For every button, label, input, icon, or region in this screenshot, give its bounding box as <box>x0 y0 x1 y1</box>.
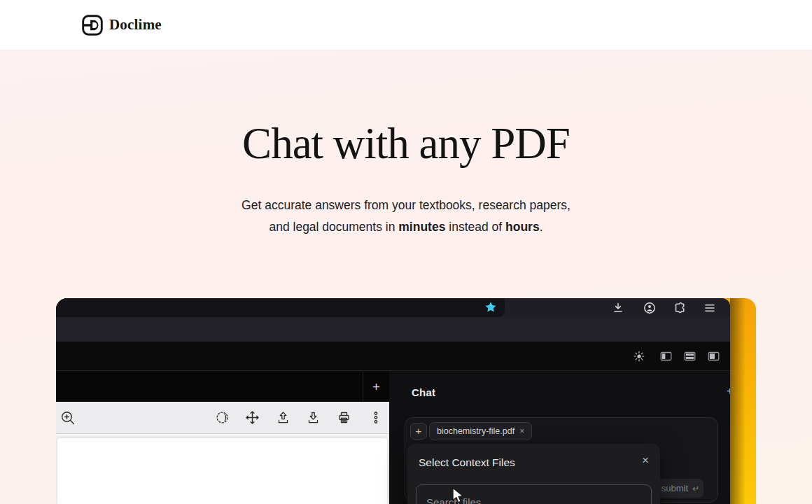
pdf-pane: + <box>56 372 389 504</box>
site-header: Doclime <box>0 0 812 50</box>
app-header <box>56 342 730 371</box>
download-page-icon[interactable] <box>306 410 321 425</box>
add-tab-button[interactable]: + <box>363 372 389 402</box>
hero-section: Chat with any PDF Get accurate answers f… <box>0 120 812 238</box>
submit-button[interactable]: submit ↵ <box>657 479 704 498</box>
extensions-icon[interactable] <box>673 302 686 314</box>
add-context-file-button[interactable]: + <box>410 423 427 440</box>
chat-pane-title: Chat <box>412 386 435 398</box>
new-chat-button[interactable]: + <box>727 384 730 398</box>
color-mode-icon[interactable] <box>215 410 230 425</box>
menu-icon[interactable] <box>704 302 716 314</box>
browser-window: + <box>56 298 730 504</box>
pan-move-icon[interactable] <box>245 410 260 425</box>
more-kebab-icon[interactable] <box>370 410 382 425</box>
context-file-name: biochemistry-file.pdf <box>437 426 514 436</box>
gradient-strip-shadow <box>730 298 746 504</box>
mouse-cursor-icon <box>450 486 467 504</box>
browser-tabstrip <box>56 298 730 317</box>
pdf-page[interactable] <box>57 438 387 504</box>
brand-logo[interactable]: Doclime <box>82 15 162 36</box>
subtitle-line-2: and legal documents in minutes instead o… <box>0 216 812 238</box>
hero-subtitle: Get accurate answers from your textbooks… <box>0 195 812 238</box>
browser-active-tab[interactable] <box>56 298 505 317</box>
select-context-files-modal: Select Context Files × <box>407 444 660 504</box>
app-screenshot-card: + <box>56 298 756 504</box>
panel-left-icon[interactable] <box>660 351 672 362</box>
context-file-chip[interactable]: biochemistry-file.pdf × <box>429 422 532 440</box>
modal-title: Select Context Files <box>419 456 515 469</box>
subtitle-line-1: Get accurate answers from your textbooks… <box>0 195 812 216</box>
print-icon[interactable] <box>337 410 351 425</box>
browser-toolbar-row <box>56 317 730 342</box>
pdf-toolbar <box>56 402 389 434</box>
brand-name: Doclime <box>109 16 162 34</box>
enter-key-icon: ↵ <box>692 484 699 493</box>
pdf-page-area <box>56 434 389 504</box>
document-tabbar: + <box>56 372 389 402</box>
zoom-in-icon[interactable] <box>60 410 76 426</box>
close-icon[interactable]: × <box>642 454 649 468</box>
theme-sun-icon[interactable] <box>634 351 645 362</box>
app-content: + <box>56 372 730 504</box>
star-icon <box>484 301 497 314</box>
doclime-logo-icon <box>82 15 103 36</box>
remove-file-icon[interactable]: × <box>519 426 524 436</box>
download-icon[interactable] <box>612 302 624 314</box>
upload-icon[interactable] <box>276 410 290 425</box>
page-title: Chat with any PDF <box>0 120 812 167</box>
panel-split-icon[interactable] <box>684 351 696 362</box>
account-icon[interactable] <box>643 302 656 314</box>
panel-right-icon[interactable] <box>708 351 720 362</box>
